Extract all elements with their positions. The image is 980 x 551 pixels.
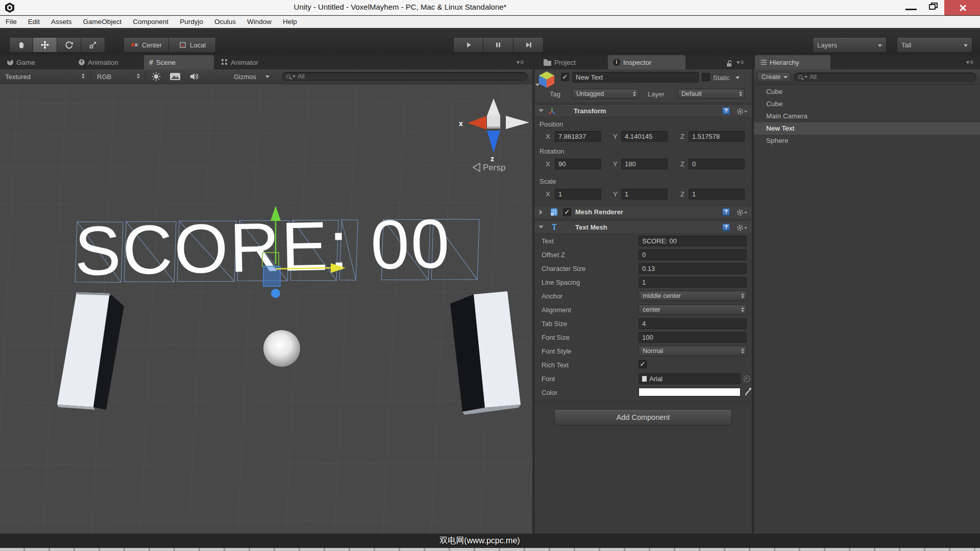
text-field[interactable]: SCORE: 00 [639, 236, 747, 246]
hierarchy-item[interactable]: Sphere [754, 135, 980, 147]
skybox-toggle[interactable] [169, 72, 181, 82]
menu-item[interactable]: Edit [22, 18, 45, 26]
rotation-y-field[interactable]: 180 [621, 159, 668, 169]
scene-search-input[interactable]: All [282, 72, 528, 81]
text-mesh-header[interactable]: T Text Mesh ? [534, 220, 752, 234]
active-checkbox[interactable]: ✓ [561, 73, 569, 81]
scale-x-field[interactable]: 1 [555, 189, 601, 199]
pivot-center-button[interactable]: Center [124, 37, 169, 53]
position-x-field[interactable]: 7.861837 [555, 131, 601, 142]
rich-text-checkbox[interactable]: ✓ [639, 360, 647, 368]
character-size-field[interactable]: 0.13 [639, 263, 747, 274]
rotate-icon [64, 40, 74, 49]
tab-size-field[interactable]: 4 [639, 318, 747, 329]
font-object-field[interactable]: Arial [639, 373, 741, 384]
layer-dropdown[interactable]: Default [677, 89, 745, 99]
gear-icon[interactable] [737, 224, 748, 232]
hierarchy-item[interactable]: Main Camera [754, 110, 980, 122]
play-button[interactable] [453, 37, 483, 53]
audio-toggle[interactable] [189, 71, 199, 81]
help-book-icon[interactable]: ? [722, 107, 730, 115]
layers-dropdown[interactable]: Layers [813, 37, 887, 53]
space-local-button[interactable]: Local [169, 37, 216, 53]
static-checkbox[interactable] [702, 73, 710, 81]
rotation-x-field[interactable]: 90 [555, 159, 601, 169]
menu-item[interactable]: Window [241, 18, 277, 26]
hierarchy-item[interactable]: Cube [754, 86, 980, 98]
menu-item[interactable]: Oculus [209, 18, 241, 26]
gear-icon[interactable] [737, 108, 748, 115]
foldout-open-icon[interactable] [538, 226, 544, 229]
offset-z-field[interactable]: 0 [639, 249, 747, 260]
font-size-field[interactable]: 100 [639, 332, 747, 343]
tab-game[interactable]: Game [2, 55, 40, 69]
menu-item[interactable]: Help [277, 18, 303, 26]
line-spacing-field[interactable]: 1 [639, 277, 747, 288]
tab-animation[interactable]: Animation [74, 55, 124, 69]
add-component-button[interactable]: Add Component [554, 409, 732, 425]
step-button[interactable] [513, 37, 544, 53]
position-y-field[interactable]: 4.140145 [621, 131, 668, 142]
hand-tool-button[interactable] [9, 37, 33, 53]
hierarchy-item[interactable]: Cube [754, 98, 980, 110]
tab-animator[interactable]: Animator [216, 55, 263, 69]
prefab-arrow-icon[interactable] [535, 84, 540, 86]
tab-hierarchy[interactable]: Hierarchy [755, 55, 830, 69]
scale-y-field[interactable]: 1 [621, 189, 668, 199]
eyedropper-icon[interactable] [744, 386, 753, 396]
scale-z-field[interactable]: 1 [689, 189, 745, 199]
rotate-tool-button[interactable] [57, 37, 81, 53]
minimize-button[interactable] [899, 0, 924, 15]
lock-icon[interactable] [725, 59, 734, 67]
draw-mode-dropdown[interactable]: Textured [5, 72, 31, 82]
hierarchy-panel-menu-icon[interactable]: ▾≡ [966, 59, 974, 66]
foldout-open-icon[interactable] [538, 109, 544, 112]
layout-dropdown[interactable]: Tall [897, 37, 972, 53]
create-button[interactable]: Create [757, 72, 791, 82]
lighting-toggle[interactable] [151, 71, 161, 81]
right-paddle-cube[interactable] [450, 291, 521, 415]
alignment-dropdown[interactable]: center [639, 305, 747, 315]
move-tool-button[interactable] [33, 37, 57, 53]
static-dropdown-icon[interactable] [736, 77, 740, 79]
menu-item[interactable]: Component [127, 18, 174, 26]
menu-item[interactable]: Assets [45, 18, 78, 26]
scale-tool-button[interactable] [81, 37, 105, 53]
gameobject-name-field[interactable]: New Text [572, 72, 699, 83]
menu-item[interactable]: Purdyjo [174, 18, 209, 26]
scene-panel-menu-icon[interactable]: ▾≡ [517, 59, 524, 66]
orientation-gizmo[interactable]: x z Persp [459, 98, 529, 172]
scene-viewport[interactable]: SCORE: 00 [0, 84, 532, 534]
object-picker-icon[interactable] [744, 375, 750, 382]
foldout-closed-icon[interactable] [540, 210, 543, 215]
layout-label: Tall [901, 41, 912, 49]
sphere-object[interactable] [263, 330, 300, 367]
help-book-icon[interactable]: ? [722, 223, 730, 231]
pause-button[interactable] [483, 37, 513, 53]
rotation-z-field[interactable]: 0 [689, 159, 745, 169]
transform-header[interactable]: Transform ? [534, 104, 752, 117]
score-text-object[interactable]: SCORE: 00 [74, 205, 452, 290]
tag-dropdown[interactable]: Untagged [572, 89, 639, 99]
gear-icon[interactable] [737, 209, 748, 216]
gizmos-dropdown[interactable]: Gizmos [234, 72, 256, 82]
tab-scene[interactable]: # Scene [144, 55, 214, 69]
left-paddle-cube[interactable] [57, 292, 124, 410]
color-swatch[interactable] [639, 388, 741, 396]
tab-inspector[interactable]: i Inspector [608, 55, 685, 69]
font-style-dropdown[interactable]: Normal [639, 346, 747, 356]
inspector-panel-menu-icon[interactable]: ▾≡ [737, 59, 744, 66]
menu-item[interactable]: File [0, 18, 22, 26]
tab-project[interactable]: Project [538, 55, 581, 69]
hierarchy-item[interactable]: New Text [754, 122, 980, 135]
close-button[interactable] [944, 0, 980, 15]
position-z-field[interactable]: 1.517578 [689, 131, 745, 142]
anchor-dropdown[interactable]: middle center [639, 291, 747, 301]
mesh-renderer-checkbox[interactable]: ✓ [563, 208, 571, 216]
help-book-icon[interactable]: ? [722, 208, 730, 216]
hierarchy-search-input[interactable]: All [794, 72, 976, 82]
menu-item[interactable]: GameObject [78, 18, 128, 26]
restore-button[interactable] [924, 0, 944, 15]
mesh-renderer-header[interactable]: ✓ Mesh Renderer ? [534, 205, 752, 218]
color-mode-dropdown[interactable]: RGB [97, 72, 111, 82]
